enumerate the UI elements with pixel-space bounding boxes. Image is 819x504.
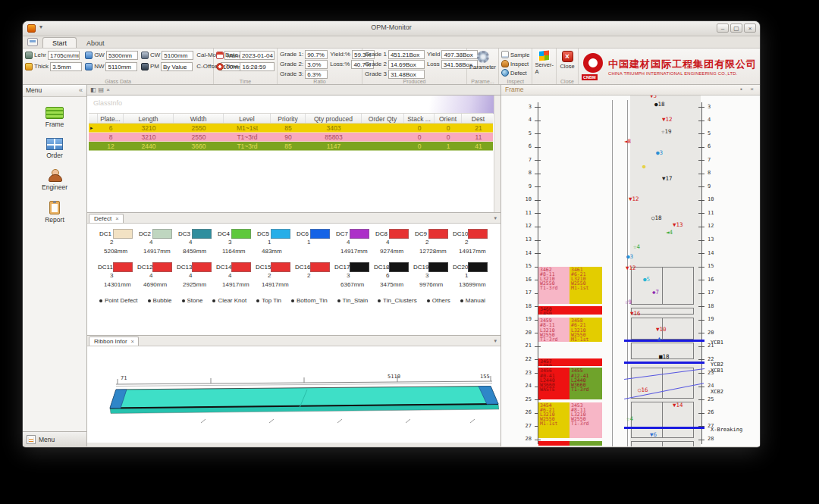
ruler-tick <box>698 121 704 121</box>
defect-color-swatch[interactable] <box>271 229 290 239</box>
table-row[interactable]: 1224403660T1~3rd8511470141Running <box>89 142 493 151</box>
defect-color-swatch[interactable] <box>231 262 251 272</box>
group-parameter: Parameter Parame... <box>467 49 499 84</box>
plate-block <box>570 441 602 446</box>
defect-length: 9976mm <box>413 281 450 290</box>
ruler-number: 9 <box>512 184 532 189</box>
field-thick: Thick3.5mm <box>25 61 82 71</box>
field-column: Grade 1:90.7%Grade 2:3.0%Grade 3:6.3% <box>280 50 328 78</box>
defect-length: 4690mm <box>137 281 174 290</box>
gw-input[interactable]: 5300mm <box>106 51 138 60</box>
defect-color-swatch[interactable] <box>428 262 448 272</box>
defect-count: 4 <box>177 272 214 281</box>
table-scrollbar[interactable] <box>494 95 500 212</box>
gw-icon <box>85 52 93 59</box>
defect-color-swatch[interactable] <box>192 229 212 239</box>
defect-color-swatch[interactable] <box>350 229 369 239</box>
defect-marker: ☆9 <box>625 299 632 305</box>
defect-color-swatch[interactable] <box>389 262 409 272</box>
lehr-input[interactable]: 1705cm/min <box>48 51 80 60</box>
close-tab-icon[interactable]: × <box>131 338 134 345</box>
defect-color-swatch[interactable] <box>271 262 290 272</box>
ruler-number: 18 <box>708 304 727 309</box>
grade-1-input[interactable]: 451.21Box <box>388 50 425 59</box>
sidebar-item-report[interactable]: Report <box>23 201 86 224</box>
minimize-icon[interactable]: – <box>717 23 729 33</box>
field-label: Thick <box>34 63 49 70</box>
defect-color-swatch[interactable] <box>428 229 448 239</box>
group-inspect: SampleInspectDefect Inspect <box>499 49 532 84</box>
defect-count: 2 <box>453 239 490 248</box>
sidebar-menu-button[interactable]: Menu <box>23 431 86 446</box>
pm-input[interactable]: By Value <box>161 62 193 71</box>
table-row[interactable]: 832102550T1~3rd90858030011Running <box>89 133 493 142</box>
frame-divider <box>662 402 663 438</box>
nw-input[interactable]: 5110mm <box>105 62 137 71</box>
date-input[interactable]: 2023-01-04 <box>240 51 275 60</box>
defect-row-1: DC125208mmDC2414917mmDC348459mmDC431164m… <box>87 228 500 257</box>
ribbon-svg: 715110155 <box>87 346 499 440</box>
defect-color-swatch[interactable] <box>468 229 488 239</box>
sidebar-item-engineer[interactable]: Engineer <box>23 169 86 191</box>
cw-input[interactable]: 5100mm <box>162 51 193 60</box>
sidebar-item-frame[interactable]: Frame <box>23 107 86 128</box>
defect-code-label: DC5 <box>256 230 269 237</box>
pin-icon[interactable]: ▪ <box>740 86 745 92</box>
defect-color-swatch[interactable] <box>231 229 251 239</box>
grade-2-input[interactable]: 3.0% <box>305 60 328 69</box>
defect-color-swatch[interactable] <box>113 262 133 272</box>
sidebar-item-order[interactable]: Order <box>23 138 86 159</box>
legend-dot-icon <box>182 299 185 302</box>
plate-block: 3458 #6-21 L3210 W2550 M1-1st <box>570 318 602 342</box>
tab-defect[interactable]: Defect × <box>89 214 124 223</box>
grade-1-input[interactable]: 90.7% <box>305 50 328 59</box>
maximize-icon[interactable]: ▢ <box>730 23 742 33</box>
tab-ribbon-infor[interactable]: Ribbon Infor × <box>89 337 139 346</box>
defect-head: DC2 <box>137 228 174 239</box>
parameter-button[interactable]: Parameter <box>469 51 496 70</box>
dock-icon[interactable]: ◧ <box>90 86 96 93</box>
defect-button[interactable]: Defect <box>501 68 529 77</box>
list-icon[interactable]: ▤ <box>99 86 105 93</box>
chevron-down-icon[interactable]: ▾ <box>494 338 497 344</box>
window-menu-icon[interactable] <box>27 38 38 46</box>
close-tab-icon[interactable]: × <box>115 215 118 222</box>
defect-count: 3 <box>216 239 253 248</box>
defect-color-swatch[interactable] <box>389 229 409 239</box>
sample-button[interactable]: Sample <box>501 50 529 59</box>
chevron-down-icon[interactable]: ▾ <box>494 215 497 221</box>
inspect-button[interactable]: Inspect <box>501 59 529 68</box>
time-input[interactable]: 16:28:59 <box>240 62 275 71</box>
tab-start[interactable]: Start <box>42 37 77 48</box>
defect-item-dc12: DC1244690mm <box>137 261 174 290</box>
sidebar: Menu « FrameOrderEngineerReport Menu <box>23 85 87 446</box>
tab-about[interactable]: About <box>77 37 115 48</box>
defect-code-label: DC12 <box>137 264 151 271</box>
defect-color-swatch[interactable] <box>113 229 133 239</box>
thick-input[interactable]: 3.5mm <box>50 62 82 71</box>
table-row[interactable]: ▸632102550M1~1st8534030021Running <box>89 124 493 133</box>
server-a-button[interactable]: Server-A <box>535 51 554 75</box>
defect-color-swatch[interactable] <box>310 229 330 239</box>
close-app-button[interactable]: × Close <box>560 51 574 70</box>
close-panel-icon[interactable]: × <box>750 86 757 92</box>
sidebar-item-label: Order <box>46 152 63 159</box>
close-tab-icon[interactable]: × <box>106 86 110 93</box>
defect-color-swatch[interactable] <box>468 262 488 272</box>
collapse-icon[interactable]: « <box>79 86 83 94</box>
defect-color-swatch[interactable] <box>192 262 212 272</box>
defect-marker: ▲ <box>657 336 661 342</box>
ruler-tick <box>698 107 704 108</box>
field-grade-1: Grade 1:90.7% <box>280 50 328 58</box>
defect-head: DC11 <box>98 261 135 272</box>
grade-2-input[interactable]: 14.69Box <box>388 60 425 69</box>
defect-color-swatch[interactable] <box>152 229 172 239</box>
defect-color-swatch[interactable] <box>350 262 369 272</box>
ruler-number: 12 <box>708 224 727 229</box>
close-window-icon[interactable]: × <box>744 23 756 33</box>
grade-3-input[interactable]: 31.48Box <box>388 70 425 79</box>
grade-3-input[interactable]: 6.3% <box>305 70 328 79</box>
defect-color-swatch[interactable] <box>310 262 330 272</box>
defect-color-swatch[interactable] <box>152 262 172 272</box>
defect-head: DC9 <box>413 228 450 239</box>
